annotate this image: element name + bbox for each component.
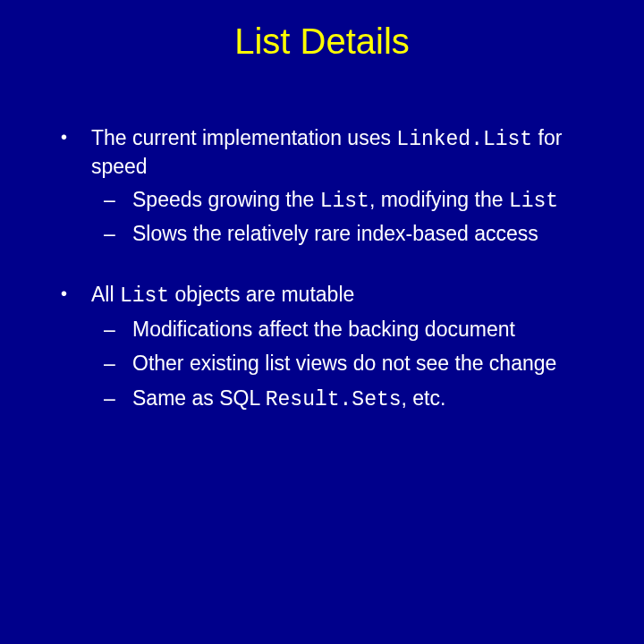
- sub-item: Slows the relatively rare index-based ac…: [91, 220, 590, 249]
- bullet-text-pre: The current implementation uses: [91, 126, 396, 149]
- sub-text-pre: Same as SQL: [132, 386, 266, 410]
- bullet-text-pre: All: [91, 283, 120, 306]
- sub-item: Speeds growing the List, modifying the L…: [91, 186, 590, 215]
- sub-item: Other existing list views do not see the…: [91, 350, 590, 378]
- bullet-list: The current implementation uses Linked.L…: [54, 124, 590, 413]
- code-text: Linked.List: [396, 128, 532, 151]
- code-text: List: [509, 190, 558, 213]
- code-text: List: [320, 190, 369, 213]
- slide-title: List Details: [54, 21, 590, 62]
- sub-text-pre: Slows the relatively rare index-based ac…: [132, 222, 538, 245]
- sub-item: Modifications affect the backing documen…: [91, 316, 590, 344]
- sub-item: Same as SQL Result.Sets, etc.: [91, 385, 590, 413]
- sub-text-pre: Speeds growing the: [132, 188, 320, 211]
- sub-list: Speeds growing the List, modifying the L…: [91, 186, 590, 250]
- slide: List Details The current implementation …: [0, 0, 644, 644]
- sub-text-pre: Modifications affect the backing documen…: [132, 318, 515, 341]
- sub-text-mid: , modifying the: [369, 188, 509, 211]
- code-text: Result.Sets: [266, 388, 402, 411]
- bullet-text-post: objects are mutable: [169, 283, 354, 306]
- bullet-item: All List objects are mutable Modificatio…: [54, 281, 590, 412]
- sub-text-pre: Other existing list views do not see the…: [132, 352, 556, 375]
- sub-text-mid: , etc.: [402, 386, 446, 410]
- sub-list: Modifications affect the backing documen…: [91, 316, 590, 413]
- bullet-item: The current implementation uses Linked.L…: [54, 124, 590, 249]
- code-text: List: [120, 284, 169, 308]
